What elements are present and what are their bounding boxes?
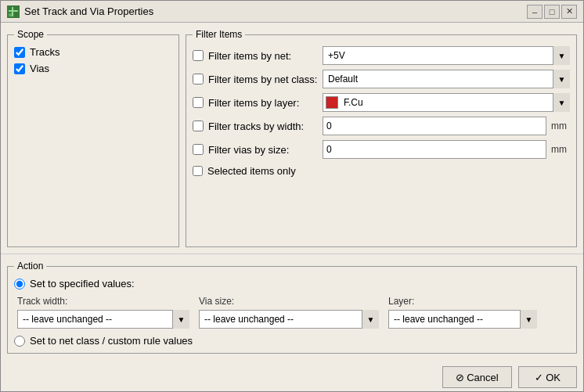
track-width-select-wrapper: -- leave unchanged -- ▼ [17, 310, 189, 329]
window-title: Set Track and Via Properties [24, 5, 153, 17]
action-option2-row: Set to net class / custom rule values [14, 335, 570, 347]
action-legend: Action [14, 261, 46, 272]
svg-rect-2 [12, 7, 13, 16]
filter-net-row: Filter items by net: +5V GND VCC ▼ [193, 46, 570, 65]
filter-width-input[interactable] [323, 117, 546, 135]
action-layer-label: Layer: [388, 296, 537, 307]
filter-via-input[interactable] [323, 140, 546, 159]
action-content: Set to specified values: Track width: --… [14, 275, 570, 347]
action-option1-label: Set to specified values: [30, 278, 135, 290]
track-width-select[interactable]: -- leave unchanged -- [17, 310, 189, 329]
action-option1-row: Set to specified values: [14, 278, 570, 290]
action-layer-group: Layer: -- leave unchanged -- ▼ [388, 296, 537, 329]
filter-net-checkbox[interactable] [193, 50, 204, 61]
filter-via-unit: mm [551, 144, 570, 155]
action-option2-label: Set to net class / custom rule values [30, 335, 193, 347]
main-window: Set Track and Via Properties – □ ✕ Scope… [0, 0, 584, 392]
filter-via-checkbox[interactable] [193, 144, 204, 155]
filter-width-label: Filter tracks by width: [193, 120, 318, 132]
filter-layer-checkbox[interactable] [193, 97, 204, 108]
dropdowns-row: Track width: -- leave unchanged -- ▼ Via… [14, 296, 570, 329]
selected-only-label: Selected items only [207, 165, 296, 177]
filter-net-select-wrapper: +5V GND VCC ▼ [323, 46, 570, 65]
filter-netclass-select-wrapper: Default Custom ▼ [323, 70, 570, 88]
vias-checkbox[interactable] [14, 63, 25, 74]
filter-layer-row: Filter items by layer: F.Cu B.Cu In1.Cu … [193, 93, 570, 112]
filter-via-label: Filter vias by size: [193, 144, 318, 156]
filter-netclass-select[interactable]: Default Custom [323, 70, 570, 88]
scope-legend: Scope [14, 29, 47, 40]
ok-button[interactable]: ✓ OK [518, 366, 577, 388]
action-layer-select[interactable]: -- leave unchanged -- [388, 310, 537, 329]
action-option2-radio[interactable] [14, 336, 25, 347]
filter-netclass-checkbox[interactable] [193, 74, 204, 85]
filter-layer-select[interactable]: F.Cu B.Cu In1.Cu [323, 93, 570, 112]
button-row: ⊘ Cancel ✓ OK [1, 360, 583, 391]
vias-label: Vias [30, 63, 49, 74]
filter-netclass-row: Filter items by net class: Default Custo… [193, 70, 570, 88]
filter-fieldset: Filter Items Filter items by net: +5V GN… [186, 29, 577, 247]
via-size-select[interactable]: -- leave unchanged -- [199, 310, 379, 329]
action-fieldset: Action Set to specified values: Track wi… [7, 261, 577, 354]
cancel-button[interactable]: ⊘ Cancel [442, 366, 512, 388]
tracks-row: Tracks [14, 46, 172, 58]
filter-netclass-label: Filter items by net class: [193, 74, 318, 85]
filter-layer-label: Filter items by layer: [193, 97, 318, 109]
filter-net-label: Filter items by net: [193, 50, 318, 62]
scope-fieldset: Scope Tracks Vias [7, 29, 179, 247]
titlebar: Set Track and Via Properties – □ ✕ [1, 1, 583, 23]
track-width-label: Track width: [17, 296, 189, 307]
tracks-label: Tracks [30, 46, 60, 58]
bottom-section: Action Set to specified values: Track wi… [1, 254, 583, 360]
via-size-label: Via size: [199, 296, 379, 307]
maximize-button[interactable]: □ [544, 5, 560, 19]
minimize-button[interactable]: – [527, 5, 543, 19]
filter-width-unit: mm [551, 120, 570, 131]
selected-only-checkbox[interactable] [193, 166, 203, 176]
track-width-group: Track width: -- leave unchanged -- ▼ [17, 296, 189, 329]
filter-layer-select-wrapper: F.Cu B.Cu In1.Cu ▼ [323, 93, 570, 112]
action-layer-select-wrapper: -- leave unchanged -- ▼ [388, 310, 537, 329]
titlebar-controls: – □ ✕ [527, 5, 577, 19]
filter-legend: Filter Items [193, 29, 245, 40]
svg-rect-3 [9, 13, 12, 16]
filter-net-select[interactable]: +5V GND VCC [323, 46, 570, 65]
close-button[interactable]: ✕ [561, 5, 577, 19]
filter-width-checkbox[interactable] [193, 120, 204, 131]
filter-via-row: Filter vias by size: mm [193, 140, 570, 159]
main-content: Scope Tracks Vias Filter Items [1, 23, 583, 254]
selected-only-row: Selected items only [193, 164, 570, 177]
vias-row: Vias [14, 63, 172, 74]
filter-content: Filter items by net: +5V GND VCC ▼ [193, 43, 570, 177]
action-option1-radio[interactable] [14, 279, 25, 290]
scope-content: Tracks Vias [14, 43, 172, 74]
filter-width-row: Filter tracks by width: mm [193, 117, 570, 135]
tracks-checkbox[interactable] [14, 47, 25, 58]
app-icon [7, 5, 20, 18]
titlebar-left: Set Track and Via Properties [7, 5, 153, 18]
via-size-group: Via size: -- leave unchanged -- ▼ [199, 296, 379, 329]
via-size-select-wrapper: -- leave unchanged -- ▼ [199, 310, 379, 329]
